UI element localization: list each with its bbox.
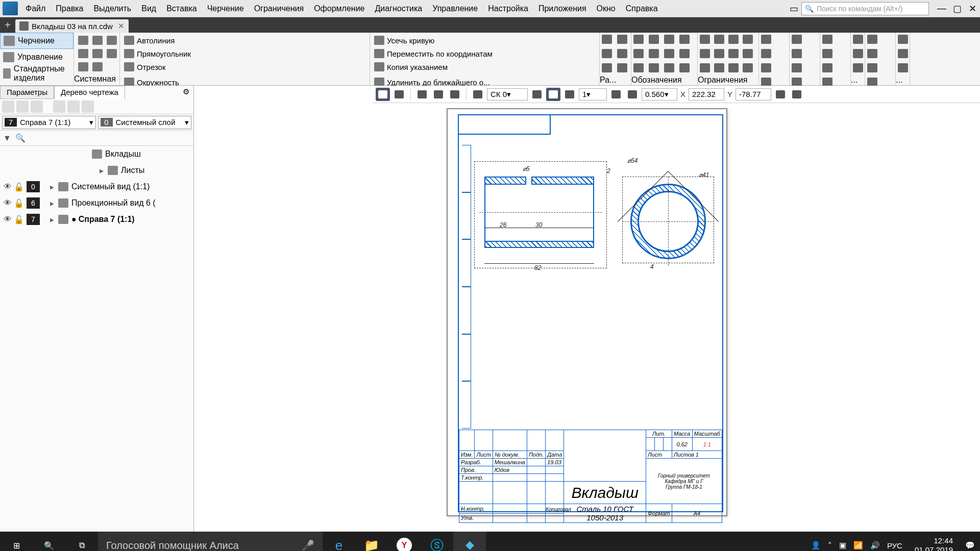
mode-drawing-button[interactable]: Черчение <box>0 33 74 49</box>
menu-manage[interactable]: Управление <box>427 0 483 17</box>
menu-diagnostics[interactable]: Диагностика <box>370 0 427 17</box>
dim-tool-5[interactable] <box>600 61 614 74</box>
redo-button[interactable] <box>90 60 105 73</box>
end-3[interactable] <box>896 61 910 74</box>
lock-toggle[interactable]: 🔓 <box>13 198 24 208</box>
tree-view-row-1[interactable]: 👁🔓 6 ▸Проекционный вид 6 ( <box>0 195 193 211</box>
constr-1[interactable] <box>698 33 712 46</box>
tool-segment[interactable]: Отрезок <box>122 60 368 73</box>
preview-button[interactable] <box>90 47 105 60</box>
tool-autoline[interactable]: Автолиния <box>122 34 368 47</box>
notation-6[interactable] <box>647 47 661 60</box>
tool-move-coord[interactable]: Переместить по координатам <box>372 47 597 60</box>
constr-5[interactable] <box>698 47 712 60</box>
skype-app[interactable]: ⓢ <box>421 532 453 551</box>
dim-tool-2[interactable] <box>615 33 629 46</box>
constr-9[interactable] <box>698 61 712 74</box>
tree-btn-4[interactable] <box>53 101 65 113</box>
ct-btn-5[interactable] <box>448 88 462 101</box>
ct-btn-4[interactable] <box>431 88 446 101</box>
end-1[interactable] <box>896 33 910 46</box>
tool-trim[interactable]: Усечь кривую <box>372 34 597 47</box>
dim-tool-6[interactable] <box>615 61 629 74</box>
command-search[interactable]: 🔍 Поиск по командам (Alt+/) <box>801 2 929 15</box>
tree-btn-1[interactable] <box>2 101 14 113</box>
maximize-button[interactable]: ▢ <box>949 3 965 14</box>
panel-tab-tree[interactable]: Дерево чертежа <box>54 86 125 99</box>
people-icon[interactable]: 👤 <box>811 541 821 550</box>
eyedropper-button[interactable] <box>790 88 804 101</box>
mode-std-button[interactable]: Стандартные изделия <box>0 65 74 82</box>
export-button[interactable] <box>105 47 119 60</box>
tree-filter-input[interactable] <box>29 134 190 142</box>
yandex-app[interactable]: Y <box>388 532 421 551</box>
kompas-app[interactable]: ◆ <box>453 532 486 551</box>
menu-formatting[interactable]: Оформление <box>309 0 370 17</box>
save-button[interactable] <box>105 34 119 47</box>
menu-settings[interactable]: Настройка <box>483 0 533 17</box>
panel-tab-params[interactable]: Параметры <box>0 86 54 99</box>
menu-apps[interactable]: Приложения <box>533 0 592 17</box>
insert-2[interactable] <box>820 47 835 60</box>
menu-constraints[interactable]: Ограничения <box>249 0 309 17</box>
insert-1[interactable] <box>820 33 835 46</box>
tree-btn-5[interactable] <box>67 101 80 113</box>
lock-toggle[interactable]: 🔓 <box>13 182 24 192</box>
insert-3[interactable] <box>820 61 835 74</box>
zoom-field[interactable]: 0.560 ▾ <box>642 88 677 101</box>
print-button[interactable] <box>76 47 90 60</box>
notation-9[interactable] <box>631 61 646 74</box>
notation-8[interactable] <box>677 47 692 60</box>
start-button[interactable]: ⊞ <box>0 532 33 551</box>
mic-icon[interactable]: 🎤 <box>302 539 314 551</box>
end-2[interactable] <box>896 47 910 60</box>
constr-11[interactable] <box>726 61 741 74</box>
open-button[interactable] <box>90 34 105 47</box>
constr-4[interactable] <box>741 33 755 46</box>
notation-3[interactable] <box>662 33 676 46</box>
constr-6[interactable] <box>712 47 726 60</box>
taskbar-clock[interactable]: 12:4401.07.2019 <box>910 536 958 551</box>
notation-1[interactable] <box>631 33 646 46</box>
visibility-toggle[interactable]: 👁 <box>2 198 13 208</box>
instr-2[interactable] <box>865 47 879 60</box>
document-tab[interactable]: Вкладыш 03 на пл.cdw ✕ <box>15 19 129 33</box>
tray-app-icon[interactable]: ▣ <box>839 541 846 550</box>
dim-tool-3[interactable] <box>600 47 614 60</box>
menu-drawing[interactable]: Черчение <box>202 0 249 17</box>
close-button[interactable]: ✕ <box>965 3 980 14</box>
notation-12[interactable] <box>677 61 692 74</box>
grid-toggle[interactable] <box>471 88 485 101</box>
views-2[interactable] <box>790 47 804 60</box>
notation-2[interactable] <box>647 33 661 46</box>
ct-btn-3[interactable] <box>415 88 429 101</box>
constr-8[interactable] <box>741 47 755 60</box>
layout-icon[interactable]: ▭ <box>786 3 801 14</box>
menu-help[interactable]: Справка <box>621 0 663 17</box>
diag-2[interactable] <box>759 47 773 60</box>
tab-close-button[interactable]: ✕ <box>118 21 125 31</box>
wifi-icon[interactable]: 📶 <box>853 541 863 550</box>
explorer-app[interactable]: 📁 <box>355 532 388 551</box>
ortho-toggle[interactable] <box>530 88 544 101</box>
notation-11[interactable] <box>662 61 676 74</box>
ct-btn-end1[interactable] <box>773 88 788 101</box>
task-view-button[interactable]: ⧉ <box>65 532 98 551</box>
notifications-icon[interactable]: 💬 <box>965 541 975 550</box>
instr-3[interactable] <box>865 61 879 74</box>
dim-tool-4[interactable] <box>615 47 629 60</box>
menu-select[interactable]: Выделить <box>88 0 136 17</box>
search-button[interactable]: 🔍 <box>33 532 65 551</box>
new-doc-button[interactable] <box>76 34 90 47</box>
y-coord-field[interactable]: -78.77 <box>736 88 771 101</box>
scale-field[interactable]: 1 ▾ <box>579 88 607 101</box>
edge-app[interactable]: e <box>323 532 355 551</box>
menu-edit[interactable]: Правка <box>51 0 88 17</box>
volume-icon[interactable]: 🔊 <box>870 541 880 550</box>
constr-12[interactable] <box>741 61 755 74</box>
tree-btn-6[interactable] <box>82 101 94 113</box>
new-tab-button[interactable]: + <box>0 19 15 31</box>
drawing-viewport[interactable]: ⌀5 2 26 30 82 <box>194 103 980 532</box>
tool-rectangle[interactable]: Прямоугольник <box>122 47 368 60</box>
dim-tool-1[interactable] <box>600 33 614 46</box>
